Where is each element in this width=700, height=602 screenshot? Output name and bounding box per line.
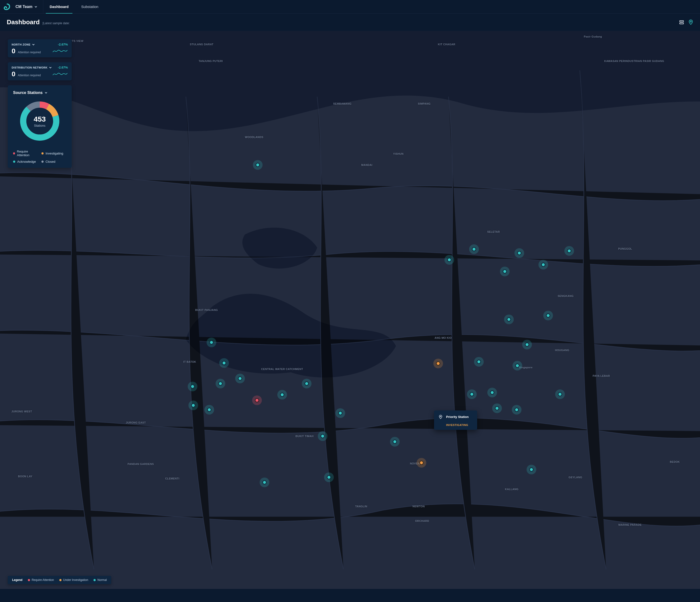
legend-bar: Legend Require Attention Under Investiga… [8,576,111,584]
station-marker[interactable] [500,267,509,276]
station-marker[interactable] [515,248,524,258]
station-marker[interactable] [260,478,269,487]
station-marker[interactable] [555,390,565,399]
station-marker[interactable] [488,388,497,397]
basemap [0,31,700,589]
map-area[interactable]: STRAITS VIEWSTULANG DARATKIT CHAGARTANJU… [0,31,700,589]
station-marker[interactable] [253,160,262,170]
chevron-down-icon [45,91,48,94]
stat-value: 0 [11,48,16,54]
chevron-down-icon [49,66,52,69]
station-marker[interactable] [189,401,198,410]
svg-point-2 [690,21,692,22]
footer-area [0,589,700,602]
source-card-title[interactable]: Source Stations [13,91,66,95]
legend-item: Investigating [42,150,66,157]
tab-label: Dashboard [50,5,69,9]
station-marker[interactable] [252,396,262,405]
legend-item: Acknowledge [13,160,38,164]
app-logo [0,0,14,14]
tab-dashboard[interactable]: Dashboard [43,0,75,14]
chevron-down-icon [34,5,37,8]
station-marker[interactable] [543,311,553,320]
station-marker[interactable] [204,405,214,415]
station-marker[interactable] [216,379,225,388]
map-pin-icon [689,20,693,25]
tab-substation[interactable]: Substation [75,0,105,14]
station-marker[interactable] [417,458,426,468]
donut-legend: Require Attention Investigating Acknowle… [13,150,66,164]
nav-tabs: Dashboard Substation [43,0,105,14]
station-marker[interactable] [467,390,477,399]
tooltip-title: Priority Station [446,415,469,419]
station-marker[interactable] [277,390,287,400]
station-marker[interactable] [504,315,514,324]
donut-label: Stations [34,124,46,127]
legend-title: Legend [12,578,23,582]
station-marker[interactable] [219,358,229,368]
stat-subtitle: Attention required [18,51,41,54]
legend-item: Closed [42,160,66,164]
station-tooltip: Priority Station INVESTIGATING [434,410,477,430]
stat-delta: -2.67% [58,43,68,46]
station-marker[interactable] [188,382,197,391]
station-marker[interactable] [445,255,454,265]
topbar: CM Team Dashboard Substation [0,0,700,14]
sample-date-label: [Latest sample date: [43,22,70,25]
stat-card-title[interactable]: NORTH ZONE [11,43,35,46]
team-selector[interactable]: CM Team [14,0,43,14]
source-stations-card: Source Stations [8,85,72,168]
map-view-button[interactable] [689,20,693,25]
map-pin-icon [438,414,444,420]
stat-card-distribution-network: DISTRIBUTION NETWORK -2.67% 0 Attention … [8,62,72,80]
legend-item: Under Investigation [59,578,88,582]
svg-rect-1 [680,23,683,24]
legend-item: Require Attention [13,150,38,157]
subheader: Dashboard [Latest sample date: [0,14,700,31]
station-marker[interactable] [522,340,532,349]
svg-rect-0 [680,21,683,22]
station-marker[interactable] [318,431,327,441]
station-marker[interactable] [302,379,311,388]
tooltip-status: INVESTIGATING [446,424,472,426]
logo-icon [3,3,10,10]
station-marker[interactable] [433,359,443,368]
station-marker[interactable] [474,357,484,367]
team-label: CM Team [16,5,32,9]
station-marker[interactable] [527,465,536,474]
donut-value: 453 [34,115,46,123]
list-view-button[interactable] [679,20,684,25]
legend-item: Require Attention [28,578,54,582]
stat-subtitle: Attention required [18,74,41,77]
legend-item: Normal [94,578,107,582]
station-marker[interactable] [492,403,502,413]
stat-card-title[interactable]: DISTRIBUTION NETWORK [11,66,52,69]
station-marker[interactable] [469,244,479,254]
stat-card-north-zone: NORTH ZONE -2.67% 0 Attention required [8,39,72,57]
sparkline [52,71,68,77]
stat-value: 0 [11,71,16,77]
station-marker[interactable] [390,437,400,447]
station-marker[interactable] [335,408,345,418]
station-marker[interactable] [324,473,334,482]
donut-chart: 453 Stations [18,99,61,143]
chevron-down-icon [32,43,35,46]
sparkline [52,48,68,54]
stat-delta: -2.67% [58,66,68,69]
station-marker[interactable] [512,405,522,415]
svg-point-9 [440,416,441,417]
station-marker[interactable] [539,260,548,270]
station-marker[interactable] [207,337,216,347]
station-marker[interactable] [512,361,522,371]
floating-cards: NORTH ZONE -2.67% 0 Attention required [8,39,72,168]
page-title: Dashboard [7,18,40,26]
station-marker[interactable] [565,246,574,256]
station-marker[interactable] [235,374,245,383]
list-view-icon [679,20,684,25]
tab-label: Substation [81,5,98,9]
